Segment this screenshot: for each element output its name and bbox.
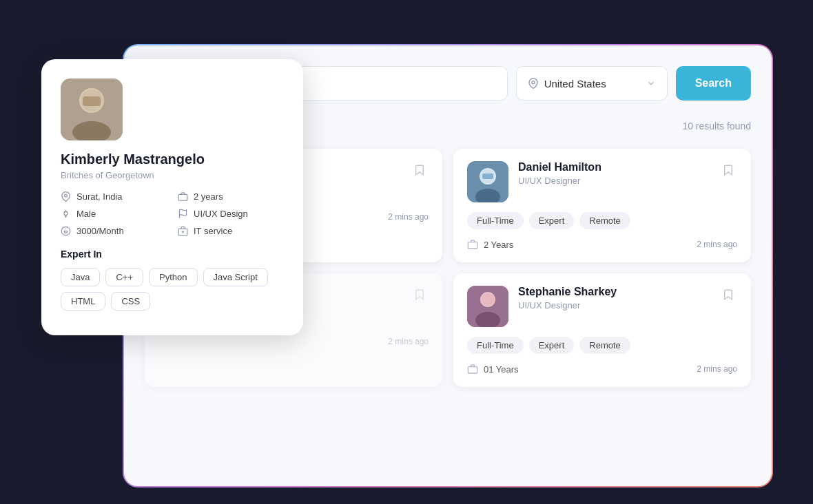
svg-rect-16 bbox=[468, 367, 477, 373]
profile-field-item: UI/UX Design bbox=[178, 209, 284, 219]
skill-python: Python bbox=[149, 268, 197, 286]
gender-icon-profile bbox=[61, 209, 71, 219]
candidate-card-daniel: Daniel Hamilton UI/UX Designer Full-Time… bbox=[453, 149, 751, 262]
profile-salary-item: 3000/Month bbox=[61, 226, 167, 236]
tag-remote-daniel: Remote bbox=[579, 212, 630, 229]
tags-stephanie: Full-Time Expert Remote bbox=[467, 337, 737, 354]
avatar-stephanie bbox=[467, 286, 508, 327]
results-count: 10 results found bbox=[682, 120, 751, 132]
location-pin-icon bbox=[528, 78, 539, 89]
building-icon-profile bbox=[178, 226, 188, 236]
svg-rect-11 bbox=[468, 242, 477, 249]
skills-row-2: HTML CSS bbox=[61, 292, 284, 311]
svg-point-15 bbox=[482, 293, 494, 306]
location-text: United States bbox=[544, 78, 641, 90]
time-ago-daniel: 2 mins ago bbox=[697, 240, 737, 249]
card-top-daniel: Daniel Hamilton UI/UX Designer bbox=[467, 161, 737, 202]
profile-details-grid: Surat, India 2 years Male bbox=[61, 191, 284, 236]
profile-card: Kimberly Mastrangelo Britches of Georget… bbox=[41, 59, 303, 335]
candidate-card-stephanie: Stephanie Sharkey UI/UX Designer Full-Ti… bbox=[453, 273, 751, 387]
tags-daniel: Full-Time Expert Remote bbox=[467, 212, 737, 229]
profile-location: Surat, India bbox=[76, 191, 123, 202]
svg-rect-23 bbox=[178, 194, 187, 200]
profile-industry: IT service bbox=[194, 226, 232, 236]
card-name-daniel: Daniel Hamilton bbox=[518, 161, 710, 174]
card-info-daniel: Daniel Hamilton UI/UX Designer bbox=[518, 161, 710, 186]
search-button[interactable]: Search bbox=[676, 66, 751, 101]
bookmark-daniel[interactable] bbox=[719, 161, 737, 181]
briefcase-icon-profile bbox=[178, 191, 188, 202]
svg-rect-10 bbox=[482, 174, 493, 179]
tag-expert-daniel: Expert bbox=[529, 212, 575, 229]
profile-experience-item: 2 years bbox=[178, 191, 284, 202]
time-ago-stephanie: 2 mins ago bbox=[697, 364, 737, 374]
briefcase-icon-stephanie bbox=[467, 364, 478, 375]
card-info-stephanie: Stephanie Sharkey UI/UX Designer bbox=[518, 286, 710, 311]
tag-fulltime-daniel: Full-Time bbox=[467, 212, 524, 229]
profile-name: Kimberly Mastrangelo bbox=[61, 151, 284, 167]
card-top-stephanie: Stephanie Sharkey UI/UX Designer bbox=[467, 286, 737, 327]
bookmark-stephanie[interactable] bbox=[719, 286, 737, 306]
exp-years-daniel: 2 Years bbox=[484, 240, 513, 250]
skill-java: Java bbox=[61, 268, 100, 286]
chevron-down-icon bbox=[646, 78, 656, 88]
time-ago-kenneth: 2 mins ago bbox=[388, 212, 429, 222]
profile-salary: 3000/Month bbox=[76, 226, 124, 236]
profile-industry-item: IT service bbox=[178, 226, 284, 236]
tag-fulltime-stephanie: Full-Time bbox=[467, 337, 524, 354]
profile-experience: 2 years bbox=[194, 191, 223, 202]
profile-location-item: Surat, India bbox=[61, 191, 167, 202]
card-footer-stephanie: 01 Years 2 mins ago bbox=[467, 364, 737, 375]
avatar-daniel bbox=[467, 161, 508, 202]
svg-rect-21 bbox=[83, 96, 101, 106]
exp-info-stephanie: 01 Years bbox=[467, 364, 519, 375]
skills-row-1: Java C++ Python Java Script bbox=[61, 268, 284, 286]
exp-info-daniel: 2 Years bbox=[467, 239, 513, 250]
exp-years-stephanie: 01 Years bbox=[484, 364, 519, 375]
skill-cpp: C++ bbox=[105, 268, 143, 286]
tag-remote-stephanie: Remote bbox=[579, 337, 630, 354]
profile-field: UI/UX Design bbox=[194, 209, 248, 219]
time-ago-second: 2 mins ago bbox=[388, 337, 429, 346]
profile-gender: Male bbox=[76, 209, 96, 219]
svg-point-22 bbox=[65, 194, 68, 197]
location-selector[interactable]: United States bbox=[516, 66, 668, 101]
svg-point-1 bbox=[532, 81, 535, 84]
location-icon-profile bbox=[61, 191, 71, 202]
card-role-daniel: UI/UX Designer bbox=[518, 176, 710, 186]
card-role-stephanie: UI/UX Designer bbox=[518, 300, 710, 311]
profile-gender-item: Male bbox=[61, 209, 167, 219]
skill-javascript: Java Script bbox=[203, 268, 268, 286]
expert-section-title: Expert In bbox=[61, 249, 284, 260]
bookmark-second[interactable] bbox=[411, 286, 429, 306]
card-footer-second: 2 mins ago bbox=[158, 337, 429, 346]
money-icon-profile bbox=[61, 226, 71, 236]
profile-company: Britches of Georgetown bbox=[61, 170, 284, 180]
flag-icon-profile bbox=[178, 209, 188, 219]
bookmark-kenneth[interactable] bbox=[411, 161, 429, 181]
svg-point-24 bbox=[64, 211, 68, 215]
briefcase-icon-daniel bbox=[467, 239, 478, 250]
card-name-stephanie: Stephanie Sharkey bbox=[518, 286, 710, 298]
skill-html: HTML bbox=[61, 292, 105, 311]
card-footer-daniel: 2 Years 2 mins ago bbox=[467, 239, 737, 250]
tag-expert-stephanie: Expert bbox=[529, 337, 575, 354]
skill-css: CSS bbox=[111, 292, 150, 311]
profile-avatar bbox=[61, 78, 123, 140]
